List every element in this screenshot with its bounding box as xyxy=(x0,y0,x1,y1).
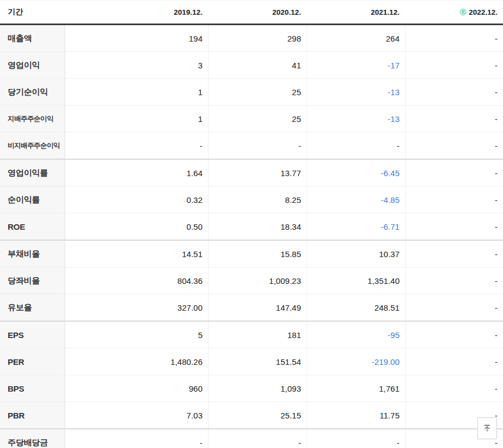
cell-value: 14.51 xyxy=(65,241,208,267)
cell-value: -95 xyxy=(307,322,405,348)
cell-value: - xyxy=(405,160,503,186)
row-label: ROE xyxy=(0,213,65,240)
table-row: 부채비율14.5115.8510.37- xyxy=(0,240,503,267)
cell-value: 1,480.26 xyxy=(65,348,208,375)
cell-value: 11.75 xyxy=(307,402,405,428)
row-label: 매출액 xyxy=(0,25,65,51)
cell-value: 7.03 xyxy=(65,402,208,428)
cell-value: 327.00 xyxy=(65,294,208,321)
cell-value: -219.00 xyxy=(307,348,405,375)
cell-value: - xyxy=(405,322,503,348)
cell-value: - xyxy=(405,132,503,159)
cell-value: 194 xyxy=(65,25,208,51)
cell-value: 147.49 xyxy=(208,294,307,321)
cell-value: 10.37 xyxy=(307,241,405,267)
cell-value: 181 xyxy=(208,322,307,348)
table-row: 영업이익341-17- xyxy=(0,51,503,78)
table-row: PER1,480.26151.54-219.00- xyxy=(0,348,503,375)
row-label: 순이익률 xyxy=(0,187,65,213)
row-label: 지배주주순이익 xyxy=(0,106,65,132)
column-header-2022-estimate: E 2022.12. xyxy=(405,1,503,24)
table-row: ROE0.5018.34-6.71- xyxy=(0,213,503,240)
cell-value: - xyxy=(405,187,503,213)
cell-value: 1,009.23 xyxy=(208,267,307,294)
cell-value: - xyxy=(405,375,503,402)
cell-value: - xyxy=(405,79,503,105)
cell-value: - xyxy=(405,25,503,51)
cell-value: - xyxy=(307,429,405,448)
cell-value: - xyxy=(405,106,503,132)
cell-value: - xyxy=(405,348,503,375)
cell-value: -4.85 xyxy=(307,187,405,213)
row-label: EPS xyxy=(0,322,65,348)
table-row: 순이익률0.328.25-4.85- xyxy=(0,186,503,213)
cell-value: 264 xyxy=(307,25,405,51)
table-row: 당기순이익125-13- xyxy=(0,78,503,105)
row-label: 당기순이익 xyxy=(0,79,65,105)
cell-value: 298 xyxy=(208,25,307,51)
row-label: 주당배당금 xyxy=(0,429,65,448)
cell-value: - xyxy=(208,132,307,159)
arrow-up-to-top-icon xyxy=(482,423,492,433)
cell-value: - xyxy=(405,213,503,240)
scroll-to-top-button[interactable] xyxy=(477,417,497,439)
row-label: PBR xyxy=(0,402,65,428)
period-header-label: 기간 xyxy=(0,1,65,24)
cell-value: - xyxy=(405,52,503,78)
cell-value: 0.50 xyxy=(65,213,208,240)
row-label: 비지배주주순이익 xyxy=(0,132,65,159)
cell-value: 25 xyxy=(208,79,307,105)
column-header-label: 2020.12. xyxy=(272,8,301,16)
cell-value: 5 xyxy=(65,322,208,348)
cell-value: - xyxy=(405,241,503,267)
financial-statements-table: 기간 2019.12. 2020.12. 2021.12. E 2022.12.… xyxy=(0,0,503,448)
cell-value: 18.34 xyxy=(208,213,307,240)
cell-value: 15.85 xyxy=(208,241,307,267)
table-row: 당좌비율804.361,009.231,351.40- xyxy=(0,267,503,294)
cell-value: 1,761 xyxy=(307,375,405,402)
cell-value: -6.45 xyxy=(307,160,405,186)
cell-value: 41 xyxy=(208,52,307,78)
cell-value: 1,351.40 xyxy=(307,267,405,294)
row-label: 영업이익 xyxy=(0,52,65,78)
column-header-2019: 2019.12. xyxy=(65,1,208,24)
table-row: 유보율327.00147.49248.51- xyxy=(0,294,503,321)
cell-value: - xyxy=(405,294,503,321)
cell-value: -17 xyxy=(307,52,405,78)
table-row: 매출액194298264- xyxy=(0,25,503,51)
cell-value: -6.71 xyxy=(307,213,405,240)
cell-value: -13 xyxy=(307,106,405,132)
cell-value: - xyxy=(208,429,307,448)
column-header-2020: 2020.12. xyxy=(208,1,307,24)
row-label: 유보율 xyxy=(0,294,65,321)
row-label: 영업이익률 xyxy=(0,160,65,186)
cell-value: - xyxy=(65,429,208,448)
cell-value: 804.36 xyxy=(65,267,208,294)
table-row: EPS5181-95- xyxy=(0,321,503,348)
cell-value: 1,093 xyxy=(208,375,307,402)
column-header-2021: 2021.12. xyxy=(307,1,405,24)
cell-value: - xyxy=(405,267,503,294)
row-label: 당좌비율 xyxy=(0,267,65,294)
column-header-label: 2019.12. xyxy=(174,8,203,16)
cell-value: 13.77 xyxy=(208,160,307,186)
cell-value: 151.54 xyxy=(208,348,307,375)
row-label: 부채비율 xyxy=(0,241,65,267)
row-label: PER xyxy=(0,348,65,375)
table-row: 영업이익률1.6413.77-6.45- xyxy=(0,159,503,186)
cell-value: - xyxy=(65,132,208,159)
cell-value: 3 xyxy=(65,52,208,78)
cell-value: 248.51 xyxy=(307,294,405,321)
cell-value: 1.64 xyxy=(65,160,208,186)
cell-value: -13 xyxy=(307,79,405,105)
table-row: PBR7.0325.1511.75- xyxy=(0,402,503,428)
cell-value: 8.25 xyxy=(208,187,307,213)
cell-value: 960 xyxy=(65,375,208,402)
cell-value: - xyxy=(307,132,405,159)
table-row: BPS9601,0931,761- xyxy=(0,375,503,402)
table-row: 주당배당금---- xyxy=(0,428,503,448)
cell-value: 25 xyxy=(208,106,307,132)
cell-value: 25.15 xyxy=(208,402,307,428)
cell-value: 0.32 xyxy=(65,187,208,213)
table-row: 비지배주주순이익---- xyxy=(0,132,503,159)
